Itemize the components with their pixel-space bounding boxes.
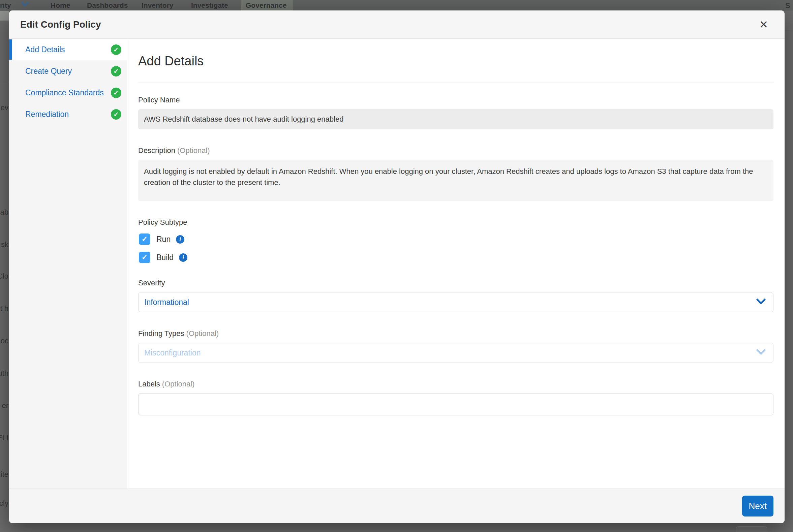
page-title: Add Details — [138, 54, 773, 69]
background-text-fragment: soc — [0, 337, 8, 345]
background-divider-line — [785, 30, 793, 30]
build-checkbox-label: Build — [156, 253, 173, 262]
description-value: Audit logging is not enabled by default … — [144, 167, 753, 187]
nav-item-dashboards[interactable]: Dashboards — [87, 0, 128, 11]
modal-header: Edit Config Policy ✕ — [9, 11, 785, 39]
run-checkbox-label: Run — [156, 235, 171, 244]
policy-name-label: Policy Name — [138, 96, 773, 104]
background-block — [0, 11, 9, 21]
policy-name-value: AWS Redshift database does not have audi… — [144, 115, 343, 124]
run-checkbox[interactable]: ✓ — [139, 233, 150, 245]
check-circle-icon: ✓ — [111, 88, 121, 98]
step-label: Remediation — [25, 110, 69, 119]
build-checkbox[interactable]: ✓ — [139, 252, 150, 263]
nav-item-inventory[interactable]: Inventory — [141, 0, 173, 11]
label-text: Labels — [138, 380, 160, 388]
nav-item-investigate[interactable]: Investigate — [191, 0, 228, 11]
background-left-strip: Sev ab sk Clo ot h soc uth er ELI rite c… — [0, 11, 9, 532]
nav-brand-fragment: rity — [0, 0, 11, 11]
modal-title: Edit Config Policy — [20, 19, 101, 30]
label-text: Policy Subtype — [138, 218, 187, 226]
step-remediation[interactable]: Remediation ✓ — [9, 103, 127, 125]
background-text-fragment: uth — [0, 369, 8, 378]
optional-tag: (Optional) — [177, 146, 210, 155]
severity-value: Informational — [144, 298, 189, 307]
wizard-steps-sidebar: Add Details ✓ Create Query ✓ Compliance … — [9, 39, 127, 489]
nav-right-fragment: S — [785, 1, 790, 10]
subtype-build-row: ✓ Build i — [139, 252, 773, 263]
step-label: Add Details — [25, 45, 65, 54]
step-label: Compliance Standards — [25, 88, 104, 97]
optional-tag: (Optional) — [186, 329, 219, 338]
background-button-outline — [736, 526, 768, 532]
label-text: Policy Name — [138, 96, 180, 104]
background-text-fragment: Sev — [0, 103, 8, 112]
chevron-down-icon — [756, 349, 766, 357]
step-create-query[interactable]: Create Query ✓ — [9, 60, 127, 82]
check-circle-icon: ✓ — [111, 109, 121, 120]
policy-name-field[interactable]: AWS Redshift database does not have audi… — [138, 109, 773, 129]
background-text-fragment: Clo — [0, 272, 8, 281]
divider — [138, 82, 773, 83]
label-text: Description — [138, 146, 175, 155]
modal-footer: Next — [9, 489, 785, 523]
finding-types-select[interactable]: Misconfiguration — [138, 343, 773, 363]
edit-config-policy-modal: Edit Config Policy ✕ Add Details ✓ Creat… — [9, 11, 785, 523]
step-content: Add Details Policy Name AWS Redshift dat… — [127, 39, 785, 489]
background-text-fragment: ELI — [0, 434, 8, 442]
background-text-fragment: rite — [0, 470, 8, 479]
background-text-fragment: sk — [1, 240, 8, 249]
chevron-down-icon[interactable] — [21, 2, 29, 8]
label-text: Severity — [138, 279, 165, 287]
check-circle-icon: ✓ — [111, 44, 121, 55]
nav-item-governance[interactable]: Governance — [246, 0, 286, 11]
top-nav-bar: rity Home Dashboards Inventory Investiga… — [0, 0, 793, 11]
labels-label: Labels(Optional) — [138, 380, 773, 388]
chevron-down-icon — [756, 299, 766, 306]
subtype-run-row: ✓ Run i — [139, 233, 773, 245]
label-text: Finding Types — [138, 329, 184, 338]
background-text-fragment: ab — [0, 208, 8, 217]
finding-types-label: Finding Types(Optional) — [138, 329, 773, 338]
modal-body: Add Details ✓ Create Query ✓ Compliance … — [9, 39, 785, 489]
next-button[interactable]: Next — [742, 496, 773, 516]
nav-item-home[interactable]: Home — [51, 0, 70, 11]
background-row-line — [0, 82, 9, 82]
description-field[interactable]: Audit logging is not enabled by default … — [138, 160, 773, 201]
background-text-fragment: cly — [0, 499, 8, 508]
labels-input[interactable] — [138, 393, 773, 415]
background-text-fragment: er — [2, 401, 8, 410]
optional-tag: (Optional) — [162, 380, 195, 388]
step-compliance-standards[interactable]: Compliance Standards ✓ — [9, 82, 127, 103]
check-circle-icon: ✓ — [111, 66, 121, 76]
finding-types-value: Misconfiguration — [144, 348, 201, 358]
severity-label: Severity — [138, 279, 773, 287]
policy-subtype-label: Policy Subtype — [138, 218, 773, 227]
severity-select[interactable]: Informational — [138, 292, 773, 312]
step-add-details[interactable]: Add Details ✓ — [9, 39, 127, 60]
description-label: Description(Optional) — [138, 146, 773, 155]
info-icon[interactable]: i — [176, 235, 184, 244]
close-icon[interactable]: ✕ — [756, 17, 771, 32]
info-icon[interactable]: i — [179, 253, 187, 262]
background-text-fragment: ot h — [0, 304, 8, 313]
step-label: Create Query — [25, 67, 72, 76]
